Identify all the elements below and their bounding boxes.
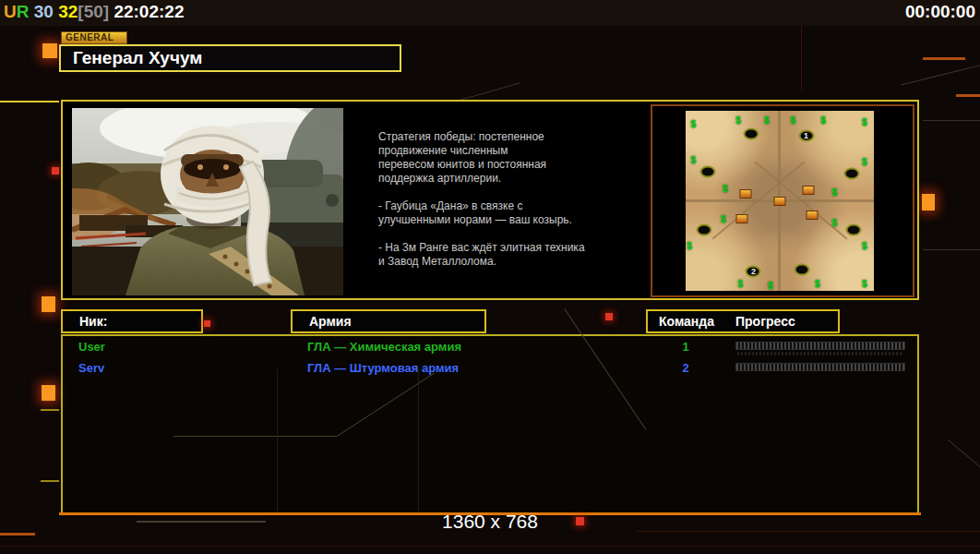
player-army: ГЛА — Штурмовая армия [307,361,459,375]
map-supply-icon: $ [687,241,692,251]
player-nick: Serv [78,361,104,375]
general-title-box: Генерал Хучум [59,44,401,72]
game-timer: 00:00:00 [905,2,975,22]
map-start-position [843,168,859,180]
progress-bar [735,363,905,371]
map-supply-icon: $ [721,214,726,224]
map-supply-icon: $ [723,183,728,193]
map-start-position [697,223,712,235]
status-segment: 22:02:22 [109,2,184,21]
map-supply-icon: $ [862,116,867,126]
connection-status-text: UR 30 32[50] 22:02:22 [4,2,184,22]
glow-square [204,320,210,327]
circuit-line [41,409,59,411]
circuit-line [901,64,980,86]
map-start-position: 1 [798,130,814,142]
player-nick: User [78,340,105,354]
map-factory-icon [774,197,786,206]
player-team: 2 [663,361,709,375]
player-row: User ГЛА — Химическая армия 1 [63,337,917,357]
circuit-line [0,546,980,547]
map-start-position [795,263,810,275]
map-supply-icon: $ [690,118,696,128]
map-factory-icon [740,189,752,199]
map-supply-icon: $ [815,279,820,289]
status-segment: 30 [29,2,53,21]
map-start-position [845,223,861,235]
circuit-line [923,249,980,250]
general-name: Генерал Хучум [73,48,400,68]
status-segment: R [17,2,30,21]
map-supply-icon: $ [735,114,741,125]
map-supply-icon: $ [737,279,743,289]
nick-column-header: Ник: [61,309,203,333]
glow-square [605,313,613,320]
map-terrain: $$$$$$$$$$$$$$$$$$12 [686,111,874,291]
map-supply-icon: $ [690,154,696,164]
top-status-bar: UR 30 32[50] 22:02:22 00:00:00 [0,0,980,26]
circuit-line [801,18,802,90]
map-supply-icon: $ [820,114,826,125]
loading-screen: UR 30 32[50] 22:02:22 00:00:00 GENERAL Г… [0,0,980,554]
progress-bar [735,342,905,350]
glow-square [42,296,55,312]
map-start-position: 2 [746,265,761,277]
map-supply-icon: $ [862,241,867,251]
army-column-header: Армия [291,309,486,333]
circuit-line [0,101,59,102]
map-factory-icon [802,186,814,195]
map-supply-icon: $ [790,114,795,125]
resolution-label: 1360 x 768 [0,511,980,533]
map-supply-icon: $ [862,156,867,166]
circuit-line [923,120,980,121]
circuit-line [923,57,965,60]
progress-bar-ghost [737,352,903,355]
map-preview: $$$$$$$$$$$$$$$$$$12 [651,104,914,297]
glow-square [922,194,935,211]
glow-square [42,385,55,401]
circuit-line [173,436,337,437]
player-list: User ГЛА — Химическая армия 1 Serv ГЛА —… [61,334,919,514]
team-progress-column-header: Команда Прогресс [646,309,840,333]
map-factory-icon [736,214,748,223]
map-supply-icon: $ [768,281,773,291]
circuit-line [948,440,980,476]
player-row: Serv ГЛА — Штурмовая армия 2 [63,358,917,379]
map-supply-icon: $ [831,217,837,227]
circuit-line [956,94,980,97]
map-factory-icon [806,211,818,220]
circuit-line [41,480,59,482]
map-supply-icon: $ [831,187,837,197]
circuit-line [277,369,278,513]
map-supply-icon: $ [862,279,867,289]
status-segment: 32 [54,2,78,21]
status-segment: U [4,2,17,21]
player-team: 1 [663,340,709,354]
glow-square [42,43,57,58]
player-army: ГЛА — Химическая армия [307,340,461,354]
glow-square [52,167,59,175]
map-supply-icon: $ [764,114,770,125]
circuit-line [0,533,35,536]
circuit-line [418,369,419,513]
map-start-position [700,166,716,178]
strategy-text: Стратегия победы: постепенное продвижени… [378,130,642,269]
general-portrait-image [72,108,343,295]
status-segment: [50] [78,2,109,21]
general-tab-label: GENERAL [61,31,127,44]
map-start-position [744,128,759,140]
